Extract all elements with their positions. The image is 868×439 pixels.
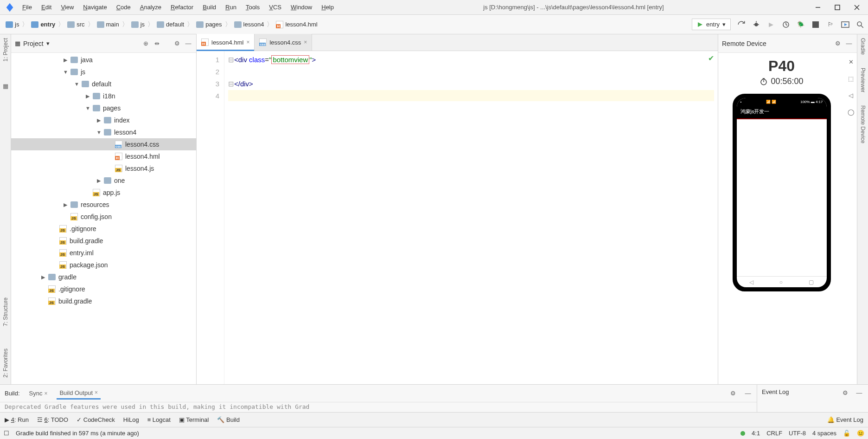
- breadcrumb-item[interactable]: entry: [29, 20, 57, 29]
- breadcrumb-item[interactable]: default: [155, 20, 186, 29]
- tree-item[interactable]: ▶java: [11, 54, 196, 66]
- menu-window[interactable]: Window: [286, 2, 317, 13]
- tree-item[interactable]: entry.iml: [11, 247, 196, 259]
- tree-item[interactable]: build.gradle: [11, 295, 196, 307]
- previewer-tool-button[interactable]: Previewer: [860, 66, 866, 94]
- menu-analyze[interactable]: Analyze: [135, 2, 166, 13]
- tree-item[interactable]: ▶index: [11, 114, 196, 126]
- minimize-button[interactable]: [809, 2, 827, 13]
- tree-item[interactable]: config.json: [11, 211, 196, 223]
- menu-help[interactable]: Help: [317, 2, 338, 13]
- build-tool-button[interactable]: 🔨 Build: [217, 416, 240, 423]
- tree-item[interactable]: ▶one: [11, 174, 196, 187]
- gradle-tool-button[interactable]: Gradle: [860, 36, 866, 57]
- maximize-button[interactable]: [828, 2, 847, 13]
- preview-home-icon[interactable]: ◯: [847, 108, 855, 116]
- tab-sync[interactable]: Sync ×: [26, 388, 51, 399]
- tree-item[interactable]: lesson4.js: [11, 162, 196, 174]
- menu-code[interactable]: Code: [112, 2, 135, 13]
- caret-position[interactable]: 4:1: [752, 430, 760, 437]
- editor-tab[interactable]: lesson4.css×: [255, 34, 312, 51]
- preview-back-icon[interactable]: ◁: [847, 91, 855, 99]
- debug-icon[interactable]: [752, 20, 760, 29]
- todo-tool-button[interactable]: ☲ 6: TODO: [37, 416, 68, 423]
- hilog-tool-button[interactable]: HiLog: [123, 416, 139, 423]
- rail-icon[interactable]: ▦: [1, 82, 10, 90]
- collapse-icon[interactable]: ⇹: [153, 39, 161, 48]
- file-encoding[interactable]: UTF-8: [789, 430, 806, 437]
- indent-setting[interactable]: 4 spaces: [812, 430, 836, 437]
- menu-tools[interactable]: Tools: [241, 2, 264, 13]
- tree-item[interactable]: .gitignore: [11, 283, 196, 295]
- avd-icon[interactable]: [841, 20, 849, 29]
- breadcrumb-item[interactable]: main: [95, 20, 121, 29]
- editor-tab[interactable]: lesson4.hml×: [197, 34, 255, 51]
- menu-edit[interactable]: Edit: [37, 2, 56, 13]
- menu-navigate[interactable]: Navigate: [78, 2, 111, 13]
- tree-item[interactable]: ▶gradle: [11, 271, 196, 283]
- gear-icon[interactable]: ⚙: [834, 39, 842, 48]
- structure-tool-button[interactable]: 7: Structure: [2, 296, 9, 328]
- breadcrumb-item[interactable]: src: [65, 20, 86, 29]
- tree-item[interactable]: lesson4.css: [11, 138, 196, 150]
- tree-item[interactable]: package.json: [11, 259, 196, 271]
- remote-device-tool-button[interactable]: Remote Device: [860, 103, 866, 145]
- breadcrumb-item[interactable]: js: [129, 20, 147, 29]
- gear-icon[interactable]: ⚙: [841, 388, 849, 397]
- menu-view[interactable]: View: [56, 2, 78, 13]
- preview-rotate-icon[interactable]: ⬚: [847, 74, 855, 83]
- tree-item[interactable]: ▶resources: [11, 199, 196, 211]
- hide-icon[interactable]: —: [855, 388, 863, 397]
- preview-close-icon[interactable]: ✕: [847, 58, 855, 66]
- lock-icon[interactable]: 🔓: [843, 430, 850, 437]
- deploy-icon[interactable]: 🏳: [826, 20, 835, 29]
- hide-icon[interactable]: —: [845, 39, 853, 48]
- close-tab-icon[interactable]: ×: [246, 39, 249, 45]
- codecheck-tool-button[interactable]: ✓ CodeCheck: [77, 416, 115, 423]
- favorites-tool-button[interactable]: 2: Favorites: [2, 347, 9, 380]
- breadcrumb-item[interactable]: lesson4: [232, 20, 266, 29]
- terminal-tool-button[interactable]: ▣ Terminal: [179, 416, 209, 423]
- tab-build-output[interactable]: Build Output ×: [57, 387, 101, 400]
- attach-debug-icon[interactable]: 🪲: [797, 20, 805, 29]
- profile-icon[interactable]: [782, 20, 790, 29]
- run-config-selector[interactable]: entry ▾: [692, 19, 731, 30]
- tree-item[interactable]: .gitignore: [11, 223, 196, 235]
- project-tool-button[interactable]: 1: Project: [2, 36, 9, 64]
- tree-item[interactable]: ▼js: [11, 66, 196, 78]
- gear-icon[interactable]: ⚙: [173, 39, 181, 48]
- tree-item[interactable]: ▶i18n: [11, 90, 196, 102]
- tree-item[interactable]: ▼lesson4: [11, 126, 196, 138]
- breadcrumb-item[interactable]: pages: [194, 20, 223, 29]
- search-icon[interactable]: [856, 20, 864, 29]
- close-button[interactable]: [848, 2, 866, 13]
- tree-item[interactable]: app.js: [11, 187, 196, 199]
- project-tree[interactable]: ▶java▼js▼default▶i18n▼pages▶index▼lesson…: [11, 53, 196, 384]
- hide-icon[interactable]: —: [184, 39, 192, 48]
- menu-run[interactable]: Run: [221, 2, 241, 13]
- refresh-icon[interactable]: [737, 20, 746, 29]
- locate-icon[interactable]: ⊕: [141, 39, 150, 48]
- inspector-icon[interactable]: 😐: [857, 430, 864, 437]
- chevron-down-icon[interactable]: ▾: [46, 40, 50, 47]
- tree-item[interactable]: ▼pages: [11, 102, 196, 114]
- gear-icon[interactable]: ⚙: [729, 389, 737, 398]
- menu-vcs[interactable]: VCS: [264, 2, 286, 13]
- menu-file[interactable]: File: [18, 2, 37, 13]
- line-ending[interactable]: CRLF: [766, 430, 782, 437]
- code-editor[interactable]: 1 2 3 4 ⊟<div class="bottomview"> ⊟</div…: [197, 51, 718, 384]
- tree-item[interactable]: build.gradle: [11, 235, 196, 247]
- run-tool-button[interactable]: ▶ 4: 4: RunRun: [5, 416, 29, 423]
- menu-build[interactable]: Build: [198, 2, 221, 13]
- close-tab-icon[interactable]: ×: [304, 39, 307, 45]
- hide-icon[interactable]: —: [744, 389, 752, 398]
- tree-item[interactable]: ▼default: [11, 78, 196, 90]
- breadcrumb-item[interactable]: lesson4.hml: [274, 20, 319, 29]
- breadcrumb-item[interactable]: js: [4, 20, 21, 29]
- tree-item[interactable]: lesson4.hml: [11, 150, 196, 162]
- event-log-tool-button[interactable]: 🔔 Event Log: [827, 416, 863, 423]
- stop-icon[interactable]: [811, 20, 820, 29]
- logcat-tool-button[interactable]: ≡ Logcat: [147, 416, 171, 423]
- run-coverage-icon[interactable]: ▶: [767, 20, 775, 29]
- menu-refactor[interactable]: Refactor: [166, 2, 198, 13]
